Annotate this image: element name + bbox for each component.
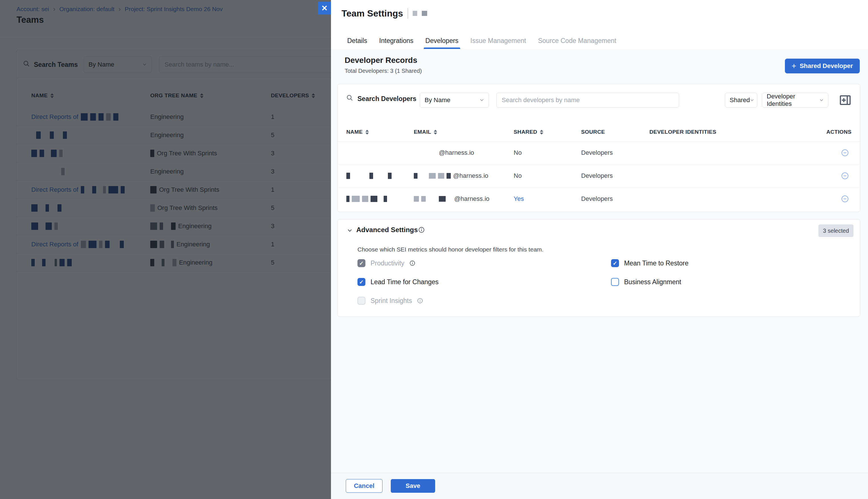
info-icon[interactable] xyxy=(417,298,423,304)
developer-email-cell: @harness.io xyxy=(414,142,474,164)
table-row: @harness.ioYesDevelopers xyxy=(338,187,860,210)
tab-label: Developers xyxy=(425,37,458,45)
tab-bar: DetailsIntegrationsDevelopersIssue Manag… xyxy=(331,33,868,49)
tab-issue-management: Issue Management xyxy=(470,33,527,49)
column-header-label: DEVELOPER IDENTITIES xyxy=(649,129,716,135)
tab-developers[interactable]: Developers xyxy=(425,33,459,49)
advanced-settings-title: Advanced Settings xyxy=(356,226,418,234)
developer-name-cell xyxy=(346,165,391,187)
checkbox-business-alignment[interactable] xyxy=(611,278,619,286)
tabs: DetailsIntegrationsDevelopersIssue Manag… xyxy=(347,33,617,49)
sort-icon xyxy=(434,130,437,135)
redacted-block xyxy=(438,173,444,179)
sort-icon xyxy=(365,130,369,135)
email-text: @harness.io xyxy=(439,149,474,157)
add-column-icon[interactable] xyxy=(839,94,851,106)
checkbox-sprint-insights[interactable] xyxy=(358,297,365,305)
developers-sort-select[interactable]: By Name xyxy=(420,93,489,108)
info-icon[interactable] xyxy=(418,227,425,234)
remove-developer-button[interactable] xyxy=(841,172,849,180)
title-divider xyxy=(408,8,408,19)
email-text: @harness.io xyxy=(453,172,489,180)
tab-label: Source Code Management xyxy=(538,37,616,45)
source-cell: Developers xyxy=(581,165,613,187)
developers-table-header: NAMEEMAILSHAREDSOURCEDEVELOPER IDENTITIE… xyxy=(338,123,860,142)
info-icon[interactable] xyxy=(410,260,415,266)
redacted-block xyxy=(352,173,367,179)
developer-email-cell: @harness.io xyxy=(414,165,489,187)
developer-identities-label: Developer Identities xyxy=(767,93,819,108)
chevron-down-icon xyxy=(750,96,754,104)
redacted-block xyxy=(346,173,350,179)
remove-developer-button[interactable] xyxy=(841,149,849,157)
column-header-name[interactable]: NAME xyxy=(346,123,369,142)
section-title: Developer Records xyxy=(345,56,417,65)
shared-filter-dropdown[interactable]: Shared xyxy=(725,93,757,108)
checkbox-lead-time-for-changes[interactable]: ✓ xyxy=(358,278,365,286)
developers-search-input-wrap xyxy=(496,93,679,108)
redacted-block xyxy=(370,173,373,179)
column-header-source: SOURCE xyxy=(581,123,605,142)
column-header-email[interactable]: EMAIL xyxy=(414,123,437,142)
table-row: @harness.ioNoDevelopers xyxy=(338,142,860,165)
developers-search-input[interactable] xyxy=(501,96,674,104)
metric-label: Business Alignment xyxy=(624,278,681,286)
remove-developer-button[interactable] xyxy=(841,195,849,203)
metric-label: Productivity xyxy=(371,259,405,267)
developer-name-cell xyxy=(346,187,387,210)
redacted-block xyxy=(388,173,391,179)
developers-tab-content: Developer Records Total Developers: 3 (1… xyxy=(331,49,868,473)
redacted-block xyxy=(362,196,368,202)
tab-details[interactable]: Details xyxy=(347,33,368,49)
redacted-block xyxy=(414,150,436,156)
tab-integrations[interactable]: Integrations xyxy=(378,33,414,49)
source-cell: Developers xyxy=(581,187,613,210)
metric-sprint-insights: Sprint Insights xyxy=(358,297,423,305)
email-text: @harness.io xyxy=(454,195,490,203)
column-header-actions: ACTIONS xyxy=(827,123,852,142)
cancel-button[interactable]: Cancel xyxy=(346,479,383,493)
column-header-label: SHARED xyxy=(514,129,537,135)
developer-email-cell: @harness.io xyxy=(414,187,490,210)
selected-count-badge: 3 selected xyxy=(819,224,854,237)
developer-identities-dropdown[interactable]: Developer Identities xyxy=(762,93,829,108)
metric-lead-time-for-changes: ✓Lead Time for Changes xyxy=(358,278,438,286)
checkbox-productivity[interactable]: ✓ xyxy=(358,259,365,267)
redacted-block xyxy=(420,173,426,179)
metric-label: Sprint Insights xyxy=(371,297,412,305)
shared-cell: No xyxy=(514,165,522,187)
developers-sort-value: By Name xyxy=(425,96,450,104)
redacted-block xyxy=(429,173,436,179)
column-header-label: EMAIL xyxy=(414,129,431,135)
redacted-block xyxy=(421,196,426,202)
modal-footer: Cancel Save xyxy=(331,473,868,499)
tab-source-code-management: Source Code Management xyxy=(537,33,617,49)
close-button[interactable]: ✕ xyxy=(318,2,331,14)
source-cell: Developers xyxy=(581,142,613,164)
collapse-chevron-icon[interactable] xyxy=(347,227,353,235)
save-button[interactable]: Save xyxy=(391,479,435,493)
search-icon xyxy=(346,95,353,103)
checkbox-mean-time-to-restore[interactable]: ✓ xyxy=(611,259,619,267)
add-shared-developer-label: Shared Developer xyxy=(800,62,853,70)
developers-table-body: @harness.ioNoDevelopers@harness.ioNoDeve… xyxy=(338,142,860,210)
screen: Account: sei›Organization: default›Proje… xyxy=(0,0,868,499)
shared-cell: Yes xyxy=(514,187,524,210)
developer-records-card: Search Developers By Name Shared xyxy=(337,84,860,212)
modal-title-row: Team Settings xyxy=(341,8,427,19)
redacted-block xyxy=(352,196,360,202)
metric-business-alignment: Business Alignment xyxy=(611,278,681,286)
team-settings-modal: ✕ Team Settings DetailsIntegrationsDevel… xyxy=(331,0,868,499)
redacted-block xyxy=(379,196,381,202)
redacted-block xyxy=(384,196,387,202)
metric-mean-time-to-restore: ✓Mean Time to Restore xyxy=(611,259,688,267)
column-header-shared[interactable]: SHARED xyxy=(514,123,543,142)
redacted-block xyxy=(447,173,451,179)
column-header-label: SOURCE xyxy=(581,129,605,135)
redacted-block xyxy=(414,196,419,202)
redacted-block xyxy=(428,196,436,202)
chevron-down-icon xyxy=(480,96,484,104)
shared-cell: No xyxy=(514,142,522,164)
add-shared-developer-button[interactable]: + Shared Developer xyxy=(785,59,860,73)
tab-label: Integrations xyxy=(379,37,413,45)
